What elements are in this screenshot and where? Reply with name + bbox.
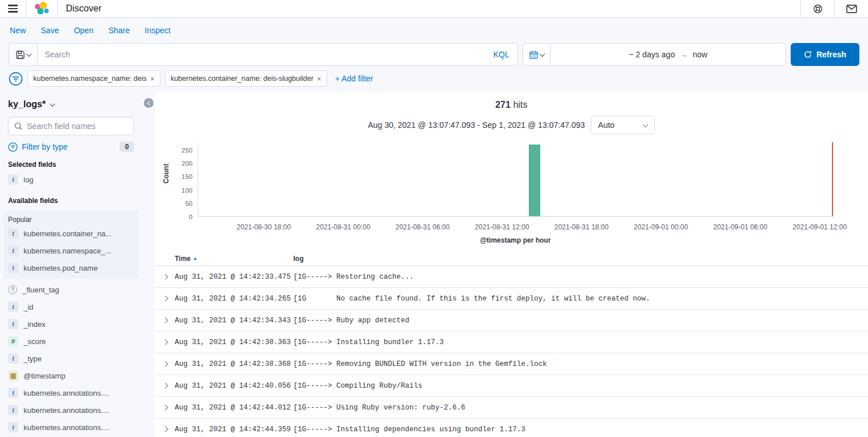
field-item[interactable]: t_id <box>8 298 134 315</box>
row-time-cell: Aug 31, 2021 @ 14:42:34.343 <box>175 317 293 325</box>
sort-asc-icon: ▲ <box>193 256 198 261</box>
expand-row-icon[interactable] <box>163 405 168 411</box>
hits-count-line: 271 hits <box>155 100 868 110</box>
field-name: kubernetes.container_na... <box>23 229 112 238</box>
row-log-cell: [1G-----> Compiling Ruby/Rails <box>293 382 868 390</box>
field-item[interactable]: t_type <box>8 350 134 367</box>
field-name: kubernetes.annotations.... <box>23 423 109 432</box>
filter-by-type-button[interactable]: Filter by type 0 <box>8 142 134 152</box>
string-field-token-icon: t <box>8 388 18 398</box>
y-tick-label: 0 <box>189 213 193 220</box>
row-log-cell: [1G-----> Using Ruby version: ruby-2.6.6 <box>293 404 868 412</box>
y-tick-label: 250 <box>182 147 193 154</box>
row-log-cell: [1G-----> Installing dependencies using … <box>293 426 868 434</box>
quick-select-button[interactable] <box>523 44 551 65</box>
filter-pill[interactable]: kubernetes.namespace_name: deis× <box>28 71 160 87</box>
string-field-token-icon: t <box>8 353 18 364</box>
calendar-icon <box>529 50 538 59</box>
expand-row-icon[interactable] <box>163 274 168 280</box>
chevron-down-icon <box>539 51 545 57</box>
y-tick-label: 100 <box>182 187 193 194</box>
string-field-token-icon: t <box>8 263 18 273</box>
top-menu: NewSaveOpenShareInspect <box>0 18 868 43</box>
field-item[interactable]: tkubernetes.annotations.... <box>8 384 134 401</box>
time-column-header[interactable]: Time▲ <box>175 255 293 263</box>
interval-select[interactable]: Auto <box>591 116 655 134</box>
fields-sidebar: ky_logs* Search field names Filter by ty… <box>0 92 142 437</box>
app-bar: NewSaveOpenShareInspect Search KQL ~ 2 <box>0 18 868 92</box>
expand-row-icon[interactable] <box>163 361 168 367</box>
home-button[interactable] <box>26 0 57 17</box>
field-item[interactable]: ▦@timestamp <box>8 367 134 384</box>
top-chrome: Discover <box>0 0 868 18</box>
field-item[interactable]: tkubernetes.annotations.... <box>8 419 134 436</box>
field-item[interactable]: tkubernetes.pod_name <box>8 259 134 276</box>
nav-item-inspect[interactable]: Inspect <box>145 26 171 35</box>
saved-query-button[interactable] <box>9 44 38 65</box>
histogram-bar[interactable] <box>529 145 540 216</box>
expand-row-icon[interactable] <box>163 318 168 323</box>
query-language-button[interactable]: KQL <box>485 50 517 59</box>
filter-icon <box>8 142 18 152</box>
time-range-button[interactable]: ~ 2 days ago → now <box>551 44 785 65</box>
string-field-token-icon: t <box>8 302 18 312</box>
discover-main: 271 hits Aug 30, 2021 @ 13:07:47.093 - S… <box>155 92 868 437</box>
x-axis-label: @timestamp per hour <box>155 236 868 244</box>
table-row: Aug 31, 2021 @ 14:42:40.056[1G-----> Com… <box>155 375 868 397</box>
row-log-cell: [1G-----> Restoring cache... <box>293 273 868 281</box>
nav-item-save[interactable]: Save <box>41 26 59 35</box>
remove-filter-icon[interactable]: × <box>317 75 321 83</box>
filter-count-badge: 0 <box>120 142 134 152</box>
row-expand-cell <box>155 427 175 431</box>
string-field-token-icon: t <box>8 174 18 185</box>
field-item[interactable]: tkubernetes.annotations.... <box>8 401 134 419</box>
string-field-token-icon: t <box>8 319 18 329</box>
field-name: _type <box>23 354 42 363</box>
field-item[interactable]: tkubernetes.namespace_... <box>8 242 134 259</box>
expand-row-icon[interactable] <box>163 340 168 345</box>
filter-bar: kubernetes.namespace_name: deis×kubernet… <box>0 66 868 87</box>
expand-row-icon[interactable] <box>163 383 168 389</box>
collapse-sidebar-button[interactable] <box>144 98 154 108</box>
x-tick-label: 2021-08-31 12:00 <box>475 223 529 231</box>
table-row: Aug 31, 2021 @ 14:42:33.475[1G-----> Res… <box>155 266 868 288</box>
string-field-token-icon: t <box>8 422 18 432</box>
help-button[interactable] <box>801 0 834 17</box>
elastic-logo-icon <box>34 2 49 15</box>
field-item[interactable]: tlog <box>8 171 134 188</box>
menu-button[interactable] <box>0 0 26 17</box>
filter-pill[interactable]: kubernetes.container_name: deis-slugbuil… <box>165 71 327 87</box>
newsfeed-button[interactable] <box>835 0 868 17</box>
expand-row-icon[interactable] <box>163 296 168 302</box>
field-search-input[interactable]: Search field names <box>8 117 134 135</box>
row-log-cell: [1G No cache file found. If this is the … <box>293 295 868 303</box>
field-item[interactable]: tkubernetes.container_na... <box>8 225 134 242</box>
filter-pill-label: kubernetes.container_name: deis-slugbuil… <box>171 75 313 83</box>
add-filter-button[interactable]: + Add filter <box>335 74 374 83</box>
row-expand-cell <box>155 340 175 344</box>
field-item[interactable]: t_index <box>8 315 134 333</box>
field-item[interactable]: ?_fluent_tag <box>8 281 134 298</box>
field-name: _fluent_tag <box>22 286 59 294</box>
x-tick-label: 2021-08-30 18:00 <box>237 223 291 231</box>
remove-filter-icon[interactable]: × <box>150 75 155 83</box>
time-from: ~ 2 days ago <box>629 50 675 59</box>
save-icon <box>16 50 25 59</box>
log-column-header[interactable]: log <box>293 255 868 263</box>
index-pattern-selector[interactable]: ky_logs* <box>8 99 134 110</box>
nav-item-open[interactable]: Open <box>74 26 93 35</box>
nav-item-new[interactable]: New <box>10 26 26 35</box>
field-item[interactable]: #_score <box>8 333 134 350</box>
y-tick-label: 50 <box>185 200 193 207</box>
expand-row-icon[interactable] <box>163 427 168 432</box>
filter-pill-label: kubernetes.namespace_name: deis <box>33 75 147 83</box>
nav-item-share[interactable]: Share <box>108 26 129 35</box>
field-name: _score <box>23 337 46 346</box>
refresh-button[interactable]: Refresh <box>791 43 859 66</box>
search-input[interactable]: Search <box>38 50 485 59</box>
field-name: kubernetes.namespace_... <box>23 247 111 255</box>
row-expand-cell <box>155 405 175 409</box>
field-name: kubernetes.pod_name <box>23 264 97 272</box>
field-name: kubernetes.annotations.... <box>23 406 109 415</box>
filter-icon[interactable] <box>9 72 23 86</box>
